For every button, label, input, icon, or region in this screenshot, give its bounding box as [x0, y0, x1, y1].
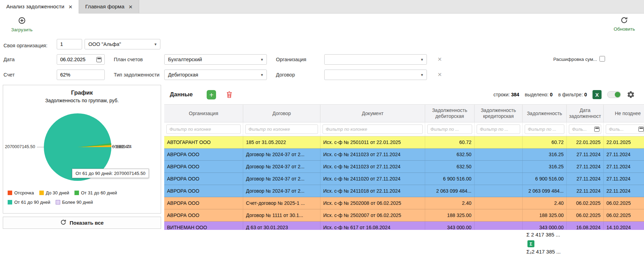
show-all-button[interactable]: Показать все: [3, 217, 161, 229]
filter-input-contract[interactable]: [245, 125, 318, 134]
cell-debt-date[interactable]: 22.01.2025: [567, 136, 604, 148]
contract-clear-icon[interactable]: ×: [438, 71, 442, 78]
cell-organization[interactable]: АВРОРА ООО: [164, 197, 243, 209]
cell-debt[interactable]: 60.72: [523, 136, 567, 148]
cell-credit[interactable]: [475, 222, 523, 230]
excel-export-button[interactable]: X: [593, 90, 602, 99]
cell-credit[interactable]: [475, 197, 523, 209]
sum-detail-checkbox[interactable]: [599, 56, 605, 62]
cell-credit[interactable]: [475, 209, 523, 221]
filter-input-debit[interactable]: [427, 125, 472, 134]
cell-debit[interactable]: 188 325.00: [425, 209, 475, 221]
accounts-plan-select[interactable]: Бухгалтерский ▼: [164, 54, 267, 65]
column-header-debt-date[interactable]: Дата задолженност: [567, 105, 604, 122]
delete-row-button[interactable]: [226, 91, 233, 98]
table-row[interactable]: ВИТНЕМАН ООО Д 63 от 30.01.2023 Исх. с-ф…: [164, 222, 644, 230]
cell-debt[interactable]: 316.25: [523, 148, 567, 160]
cell-credit[interactable]: [475, 148, 523, 160]
cell-debt-date[interactable]: 22.11.2024: [567, 185, 604, 197]
cell-organization[interactable]: АВРОРА ООО: [164, 161, 243, 172]
own-org-code-input[interactable]: [57, 39, 82, 49]
filter-input-credit[interactable]: [477, 125, 520, 134]
load-button[interactable]: Загрузить: [11, 16, 33, 32]
table-row[interactable]: АВРОРА ООО Договор № 2024-37 от 2... Исх…: [164, 161, 644, 173]
cell-credit[interactable]: [475, 173, 523, 185]
legend-item[interactable]: От 61 до 90 дней: [8, 200, 50, 205]
cell-organization[interactable]: ВИТНЕМАН ООО: [164, 222, 243, 230]
add-row-button[interactable]: +: [207, 90, 216, 99]
cell-contract[interactable]: Д 63 от 30.01.2023: [243, 222, 320, 230]
contract-select[interactable]: ▼: [324, 70, 427, 80]
refresh-button[interactable]: Обновить: [614, 16, 635, 32]
calendar-icon[interactable]: [594, 127, 599, 132]
sigma-badge[interactable]: Σ: [527, 240, 534, 247]
cell-debit[interactable]: 60.72: [425, 136, 475, 148]
cell-not-later[interactable]: 06.02.2025: [604, 197, 644, 209]
cell-debt-date[interactable]: 27.11.2024: [567, 161, 604, 172]
cell-debit[interactable]: 6 900 516.00: [425, 173, 475, 185]
cell-document[interactable]: Исх. с-ф № 2501011 от 22.01.2025: [320, 136, 425, 148]
table-toggle[interactable]: [607, 91, 621, 98]
cell-debit[interactable]: 632.50: [425, 161, 475, 172]
own-org-select[interactable]: ООО "Альфа" ▼: [85, 39, 160, 49]
cell-credit[interactable]: [475, 136, 523, 148]
legend-item[interactable]: От 31 до 60 дней: [74, 190, 117, 195]
cell-debt[interactable]: 188 325.00: [523, 209, 567, 221]
cell-contract[interactable]: Договор № 2024-37 от 2...: [243, 148, 320, 160]
filter-input-organization[interactable]: [166, 125, 241, 134]
table-row[interactable]: АВРОРА ООО Счет-договор № 2025-1 ... Исх…: [164, 197, 644, 209]
cell-debt[interactable]: 316.25: [523, 161, 567, 172]
cell-organization[interactable]: АВРОРА ООО: [164, 148, 243, 160]
cell-not-later[interactable]: 27.11.2024: [604, 161, 644, 172]
cell-organization[interactable]: АВРОРА ООО: [164, 209, 243, 221]
cell-debt[interactable]: 6 900 516.00: [523, 173, 567, 185]
table-row[interactable]: АВТОГАРАНТ ООО 185 от 31.05.2022 Исх. с-…: [164, 136, 644, 148]
cell-document[interactable]: Исх. с-ф № 2411023 от 27.11.2024: [320, 148, 425, 160]
cell-not-later[interactable]: 27.11.2024: [604, 148, 644, 160]
column-header-contract[interactable]: Договор: [243, 105, 320, 122]
cell-debit[interactable]: 2.40: [425, 197, 475, 209]
cell-debt[interactable]: 2.40: [523, 197, 567, 209]
cell-contract[interactable]: Договор № 1111 от 30.1...: [243, 209, 320, 221]
column-header-organization[interactable]: Организация: [164, 105, 243, 122]
filter-input-document[interactable]: [323, 125, 423, 134]
account-input[interactable]: [57, 70, 105, 80]
cell-document[interactable]: Исх. с-ф № 2502008 от 06.02.2025: [320, 197, 425, 209]
cell-contract[interactable]: Договор № 2024-37 от 2...: [243, 173, 320, 185]
cell-debt[interactable]: 2 063 099 484...: [523, 185, 567, 197]
cell-not-later[interactable]: 22.11.2024: [604, 185, 644, 197]
cell-credit[interactable]: [475, 185, 523, 197]
tab-main-form[interactable]: Главная форма ×: [79, 0, 139, 13]
legend-item[interactable]: Отсрочка: [8, 190, 34, 195]
cell-not-later[interactable]: 14.10.2024: [604, 222, 644, 230]
cell-document[interactable]: Исх. с-ф № 2502007 от 06.02.2025: [320, 209, 425, 221]
tab-debt-analysis[interactable]: Анализ задолженности ×: [0, 0, 79, 14]
cell-debt-date[interactable]: 27.11.2024: [567, 148, 604, 160]
table-row[interactable]: АВРОРА ООО Договор № 1111 от 30.1... Исх…: [164, 209, 644, 222]
cell-debit[interactable]: 632.50: [425, 148, 475, 160]
table-row[interactable]: АВРОРА ООО Договор № 2024-37 от 2... Исх…: [164, 173, 644, 185]
organization-select[interactable]: ▼: [324, 54, 427, 65]
tab-close-icon[interactable]: ×: [69, 3, 72, 10]
table-row[interactable]: АВРОРА ООО Договор № 2024-37 от 2... Исх…: [164, 148, 644, 161]
cell-organization[interactable]: АВТОГАРАНТ ООО: [164, 136, 243, 148]
table-row[interactable]: АВРОРА ООО Договор № 2024-37 от 2... Исх…: [164, 185, 644, 197]
cell-credit[interactable]: [475, 161, 523, 172]
cell-organization[interactable]: АВРОРА ООО: [164, 173, 243, 185]
cell-document[interactable]: Исх. с-ф № 2411023 от 27.11.2024: [320, 161, 425, 172]
cell-debit[interactable]: 343 000.00: [425, 222, 475, 230]
settings-button[interactable]: [627, 90, 635, 99]
cell-debt-date[interactable]: 27.11.2024: [567, 173, 604, 185]
organization-clear-icon[interactable]: ×: [438, 56, 442, 63]
legend-item[interactable]: Более 90 дней: [56, 200, 93, 205]
cell-debt[interactable]: 343 000.00: [523, 222, 567, 230]
column-header-not-later[interactable]: Не позднее: [604, 105, 644, 122]
cell-debt-date[interactable]: 06.02.2025: [567, 197, 604, 209]
calendar-icon[interactable]: [96, 57, 102, 62]
legend-item[interactable]: До 30 дней: [39, 190, 69, 195]
column-header-document[interactable]: Документ: [320, 105, 425, 122]
cell-document[interactable]: Исх. с-ф № 2411018 от 22.11.2024: [320, 185, 425, 197]
tab-close-icon[interactable]: ×: [129, 3, 133, 10]
cell-document[interactable]: Исх. с-ф № 2411020 от 27.11.2024: [320, 173, 425, 185]
cell-not-later[interactable]: 27.11.2024: [604, 173, 644, 185]
